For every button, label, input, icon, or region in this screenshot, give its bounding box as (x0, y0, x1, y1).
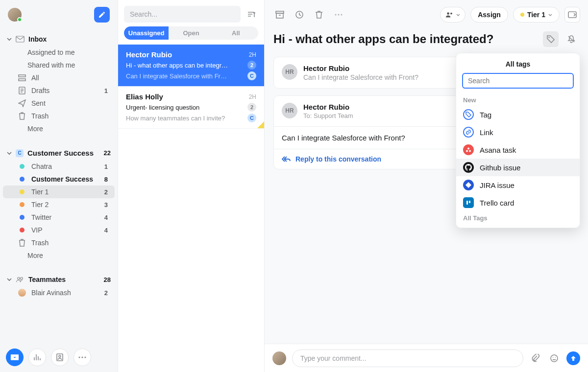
sidebar-item-tier1[interactable]: Tier 12 (3, 186, 115, 198)
svg-point-4 (18, 278, 20, 280)
snooze-button[interactable] (292, 7, 307, 22)
trash-icon (18, 112, 26, 120)
sidebar-item-trash[interactable]: Trash (3, 110, 115, 122)
svg-rect-24 (466, 201, 468, 205)
compose-button[interactable] (94, 7, 110, 23)
sidebar-item-teammate[interactable]: Blair Avinash2 (3, 286, 115, 299)
more-button[interactable] (74, 349, 91, 366)
inbox-heading[interactable]: Inbox (0, 32, 118, 46)
tab-unassigned[interactable]: Unassigned (124, 26, 169, 40)
sidebar-item-more[interactable]: More (3, 122, 115, 135)
popover-item-tag[interactable]: Tag (456, 106, 580, 123)
tag-search-input[interactable] (462, 73, 574, 89)
avatar-icon: HR (282, 64, 297, 80)
sidebar-item-drafts[interactable]: Drafts1 (3, 84, 115, 97)
popover-item-jira[interactable]: JIRA issue (456, 176, 580, 194)
comment-input[interactable]: Type your comment... (292, 349, 523, 367)
inbox-label: Inbox (28, 35, 47, 43)
popover-item-github[interactable]: Github issue (456, 159, 580, 176)
dot-icon (20, 215, 24, 220)
svg-rect-2 (19, 79, 25, 81)
people-icon (16, 276, 24, 283)
draft-icon (18, 87, 26, 94)
svg-point-23 (469, 150, 471, 152)
tab-open[interactable]: Open (169, 26, 213, 40)
sidebar-item-cs-trash[interactable]: Trash (3, 236, 115, 249)
svg-point-8 (78, 356, 80, 358)
tier-button[interactable]: Tier 1 (513, 7, 560, 23)
svg-point-9 (81, 356, 83, 358)
analytics-button[interactable] (28, 349, 46, 366)
jira-icon (463, 180, 474, 190)
emoji-button[interactable] (548, 352, 561, 365)
svg-rect-0 (16, 36, 24, 42)
stack-icon (18, 74, 26, 81)
popover-item-link[interactable]: Link (456, 123, 580, 141)
svg-point-21 (467, 147, 469, 149)
assign-button[interactable]: Assign (470, 7, 508, 23)
popover-section-all: All Tags (456, 211, 580, 228)
sidebar-item-twitter[interactable]: Twitter4 (3, 211, 115, 224)
sidebar-item-shared[interactable]: Shared with me (3, 59, 115, 71)
link-icon (463, 127, 474, 138)
cs-badge-icon: C (16, 149, 24, 157)
svg-rect-12 (276, 13, 283, 18)
delete-button[interactable] (312, 7, 326, 22)
cs-heading[interactable]: C Customer Success 22 (0, 146, 118, 160)
svg-point-5 (21, 278, 23, 280)
tag-button[interactable] (543, 31, 559, 47)
subscribe-button[interactable] (564, 31, 579, 47)
inbox-button[interactable] (6, 349, 24, 366)
teammates-label: Teammates (28, 276, 66, 283)
more-actions-button[interactable] (331, 7, 346, 22)
send-button[interactable] (566, 351, 580, 365)
popover-item-trello[interactable]: Trello card (456, 194, 580, 211)
sidebar-item-vip[interactable]: VIP4 (3, 224, 115, 236)
svg-point-10 (84, 356, 86, 358)
contacts-button[interactable] (51, 349, 69, 366)
svg-point-26 (551, 355, 558, 362)
github-icon (463, 162, 474, 173)
sidebar-item-sent[interactable]: Sent (3, 97, 115, 110)
sidebar-item-all[interactable]: All (3, 71, 115, 84)
svg-point-28 (555, 357, 556, 358)
teammates-heading[interactable]: Teammates 28 (0, 273, 118, 286)
archive-button[interactable] (272, 7, 287, 22)
svg-point-16 (341, 14, 342, 15)
conversation-list: Search... Unassigned Open All Hector Rub… (118, 0, 265, 372)
svg-point-22 (466, 150, 468, 152)
tag-icon (463, 109, 474, 120)
trello-icon (463, 197, 474, 208)
cs-label: Customer Success (27, 149, 94, 157)
conversation-item[interactable]: Elias Holly2H Urgent- licensing question… (118, 87, 264, 129)
attach-button[interactable] (529, 352, 542, 365)
svg-point-15 (338, 14, 339, 15)
conversation-pane: Assign Tier 1 Hi - what other apps can b… (265, 0, 588, 372)
sidebar-item-cs-more[interactable]: More (3, 249, 115, 262)
user-avatar[interactable] (8, 8, 22, 22)
priority-flag-icon (257, 121, 264, 128)
svg-point-18 (450, 13, 452, 15)
tab-all[interactable]: All (214, 26, 258, 40)
svg-point-14 (335, 14, 336, 15)
svg-point-27 (553, 357, 554, 358)
sidebar-item-tier2[interactable]: Tier 23 (3, 198, 115, 211)
send-icon (18, 99, 26, 107)
conversation-item[interactable]: Hector Rubio2H Hi - what other apps can … (118, 45, 264, 87)
asana-icon (463, 144, 474, 155)
sidebar-item-assigned[interactable]: Assigned to me (3, 46, 115, 59)
dot-icon (520, 13, 524, 17)
sort-button[interactable] (245, 7, 258, 21)
dot-icon (20, 228, 24, 232)
svg-point-7 (59, 355, 61, 357)
popover-section-new: New (456, 93, 580, 106)
sidebar-item-customer-success[interactable]: Customer Success8 (3, 173, 115, 186)
expand-button[interactable] (564, 7, 580, 23)
avatar-icon: HR (282, 103, 297, 118)
dot-icon (20, 177, 24, 182)
sidebar-item-chatra[interactable]: Chatra1 (3, 160, 115, 173)
participants-button[interactable] (440, 7, 466, 23)
search-input[interactable]: Search... (124, 6, 241, 23)
composer: Type your comment... (265, 344, 588, 372)
popover-item-asana[interactable]: Asana task (456, 141, 580, 159)
